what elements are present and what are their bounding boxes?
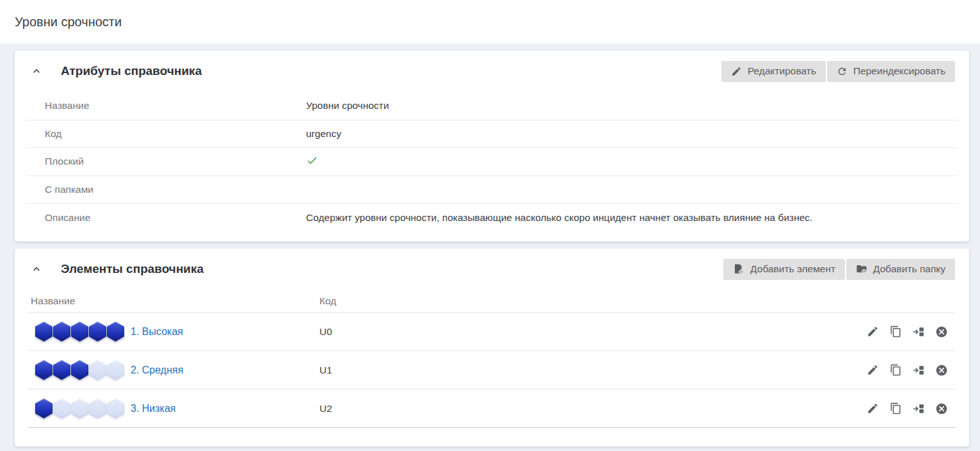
attributes-card-title: Атрибуты справочника — [61, 64, 202, 78]
edit-button[interactable] — [865, 402, 880, 416]
copy-button[interactable] — [888, 402, 903, 416]
hexagon-empty-icon — [107, 360, 124, 380]
hexagon-empty-icon — [89, 360, 106, 380]
attributes-card-buttons: Редактировать Переиндексировать — [720, 61, 955, 82]
element-code: U0 — [319, 326, 856, 338]
hexagon-empty-icon — [89, 398, 106, 418]
add-folder-button[interactable]: Добавить папку — [846, 259, 955, 280]
hexagon-filled-icon — [53, 322, 70, 341]
element-code: U1 — [319, 365, 856, 376]
column-header-code: Код — [319, 295, 336, 307]
cancel-icon — [935, 402, 948, 415]
move-icon — [912, 364, 925, 377]
move-button[interactable] — [912, 325, 926, 339]
attribute-row: НазваниеУровни срочности — [26, 92, 958, 120]
page-title: Уровни срочности — [15, 15, 122, 29]
attribute-row: Кодurgency — [26, 120, 958, 148]
attribute-value: urgency — [306, 128, 341, 140]
table-row: 3. НизкаяU2 — [28, 390, 955, 428]
copy-icon — [890, 402, 902, 414]
chevron-up-icon[interactable] — [30, 65, 43, 78]
elements-card-header: Элементы справочника Добавить элемент До… — [15, 249, 969, 290]
row-actions — [856, 402, 955, 416]
urgency-level-indicator — [35, 398, 125, 418]
elements-card: Элементы справочника Добавить элемент До… — [15, 249, 969, 447]
move-button[interactable] — [912, 402, 926, 416]
attributes-card: Атрибуты справочника Редактировать Переи… — [15, 51, 969, 242]
table-row: 2. СредняяU1 — [28, 351, 955, 390]
check-icon — [306, 154, 318, 169]
element-link[interactable]: 2. Средняя — [131, 365, 183, 376]
urgency-level-indicator — [35, 322, 125, 341]
top-bar: Уровни срочности — [0, 0, 980, 44]
cancel-icon — [935, 364, 948, 377]
main-content: Атрибуты справочника Редактировать Переи… — [0, 44, 980, 447]
elements-card-title: Элементы справочника — [61, 262, 204, 276]
hexagon-empty-icon — [71, 398, 88, 418]
element-code: U2 — [319, 403, 856, 414]
note-add-icon — [733, 263, 750, 275]
attribute-label: Плоский — [45, 156, 306, 167]
row-actions — [856, 363, 955, 377]
elements-table: Название Код 1. ВысокаяU02. СредняяU13. … — [28, 290, 955, 428]
delete-button[interactable] — [935, 325, 949, 339]
attributes-card-header: Атрибуты справочника Редактировать Переи… — [15, 51, 969, 92]
attribute-label: Код — [45, 128, 306, 140]
delete-button[interactable] — [935, 402, 949, 416]
copy-icon — [890, 364, 902, 376]
hexagon-filled-icon — [71, 322, 88, 341]
edit-button[interactable] — [865, 325, 880, 339]
hexagon-empty-icon — [53, 398, 70, 418]
attribute-row: Плоский — [26, 147, 958, 176]
add-element-button-label: Добавить элемент — [750, 263, 835, 275]
table-row: 1. ВысокаяU0 — [28, 313, 955, 351]
element-name-cell: 2. Средняя — [28, 360, 319, 380]
element-name-cell: 1. Высокая — [28, 322, 319, 341]
attribute-label: Описание — [45, 212, 306, 224]
edit-button-label: Редактировать — [748, 65, 816, 77]
elements-rows: 1. ВысокаяU02. СредняяU13. НизкаяU2 — [28, 313, 955, 428]
elements-table-header: Название Код — [28, 290, 955, 313]
element-name-cell: 3. Низкая — [28, 398, 319, 418]
hexagon-filled-icon — [89, 322, 106, 341]
add-folder-button-label: Добавить папку — [873, 263, 945, 275]
attribute-row: ОписаниеСодержит уровни срочности, показ… — [26, 203, 958, 231]
elements-card-buttons: Добавить элемент Добавить папку — [722, 259, 955, 280]
hexagon-filled-icon — [35, 360, 52, 380]
attribute-label: Название — [45, 100, 306, 111]
element-link[interactable]: 3. Низкая — [131, 403, 176, 414]
copy-icon — [890, 325, 902, 338]
copy-button[interactable] — [888, 325, 903, 339]
pencil-icon — [731, 66, 748, 77]
chevron-up-icon[interactable] — [30, 263, 43, 275]
hexagon-empty-icon — [107, 398, 124, 418]
urgency-level-indicator — [35, 360, 125, 380]
folder-add-icon — [856, 263, 873, 275]
pencil-icon — [867, 402, 879, 414]
edit-button[interactable] — [865, 363, 880, 377]
edit-button[interactable]: Редактировать — [721, 61, 826, 82]
copy-button[interactable] — [888, 363, 903, 377]
pencil-icon — [867, 325, 879, 338]
add-element-button[interactable]: Добавить элемент — [723, 259, 845, 280]
attributes-rows: НазваниеУровни срочностиКодurgencyПлоски… — [26, 92, 958, 231]
reindex-button[interactable]: Переиндексировать — [827, 61, 955, 82]
row-actions — [856, 325, 955, 339]
reindex-button-label: Переиндексировать — [853, 65, 945, 77]
hexagon-filled-icon — [71, 360, 88, 380]
delete-button[interactable] — [935, 363, 949, 377]
element-link[interactable]: 1. Высокая — [131, 326, 183, 338]
column-header-name: Название — [31, 295, 319, 307]
pencil-icon — [867, 364, 879, 376]
hexagon-filled-icon — [35, 398, 52, 418]
attribute-value: Уровни срочности — [306, 100, 389, 111]
hexagon-filled-icon — [35, 322, 52, 341]
move-button[interactable] — [912, 363, 926, 377]
attribute-label: С папками — [45, 184, 306, 195]
hexagon-filled-icon — [53, 360, 70, 380]
move-icon — [912, 325, 925, 338]
cancel-icon — [935, 325, 948, 338]
hexagon-filled-icon — [107, 322, 124, 341]
attribute-value: Содержит уровни срочности, показывающие … — [306, 212, 812, 224]
refresh-icon — [837, 66, 853, 77]
